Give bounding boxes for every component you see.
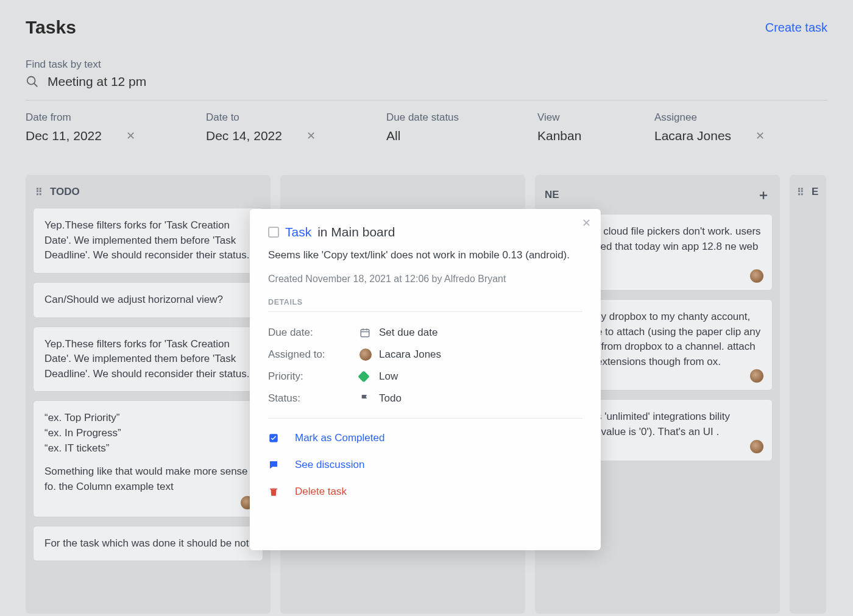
task-card[interactable]: “ex. Top Priority” “ex. In Progress” “ex… [33, 400, 263, 517]
filter-value: All [386, 129, 400, 143]
trash-icon [268, 486, 281, 497]
detail-label: Due date: [268, 327, 359, 339]
detail-label: Priority: [268, 370, 359, 383]
avatar [750, 269, 763, 283]
svg-point-0 [27, 77, 35, 85]
page-title: Tasks [26, 17, 76, 38]
svg-line-1 [34, 83, 38, 87]
kanban-column-todo: ⠿ TODO Yep.These filters forks for 'Task… [26, 175, 271, 614]
search-input[interactable] [48, 74, 413, 89]
search-label: Find task by text [26, 58, 827, 71]
add-card-icon[interactable]: ＋ [757, 186, 770, 204]
card-text: “ex. IT tickets” [44, 441, 252, 456]
detail-label: Assigned to: [268, 349, 359, 361]
close-icon[interactable]: ✕ [582, 216, 591, 230]
search-block: Find task by text [26, 58, 827, 89]
avatar [750, 440, 763, 453]
column-header[interactable]: ⠿ E [795, 182, 821, 199]
detail-priority[interactable]: Priority: Low [268, 366, 582, 388]
task-description: Seems like 'Copy text/link' does not wor… [268, 248, 582, 263]
filter-date-from[interactable]: Date from Dec 11, 2022 ✕ [26, 112, 206, 143]
filter-due-status[interactable]: Due date status All [386, 112, 537, 143]
detail-label: Status: [268, 392, 359, 405]
detail-assigned[interactable]: Assigned to: Lacara Jones [268, 344, 582, 366]
create-task-link[interactable]: Create task [765, 21, 827, 35]
detail-value: Todo [379, 392, 402, 405]
clear-icon[interactable]: ✕ [306, 129, 316, 143]
action-label: Delete task [295, 486, 347, 498]
card-text: Yep.These filters forks for 'Task Creati… [44, 337, 252, 382]
avatar [750, 369, 763, 383]
card-text: Something like that would make more sens… [44, 464, 252, 494]
filter-value: Dec 14, 2022 [206, 129, 282, 143]
task-card[interactable]: Can/Should we adjust horizornal view? [33, 282, 263, 318]
card-text: “ex. In Progress” [44, 426, 252, 441]
clear-icon[interactable]: ✕ [126, 129, 135, 143]
flag-icon [359, 393, 379, 404]
column-title-partial: NE [545, 189, 559, 201]
filter-view[interactable]: View Kanban [537, 112, 654, 143]
modal-header: Task in Main board [268, 225, 582, 239]
column-header[interactable]: ⠿ TODO [33, 182, 263, 199]
filter-assignee[interactable]: Assignee Lacara Jones ✕ [654, 112, 788, 143]
drag-handle-icon[interactable]: ⠿ [35, 186, 43, 198]
filter-label: Date from [26, 112, 206, 124]
detail-due-date[interactable]: Due date: Set due date [268, 322, 582, 344]
filter-value: Dec 11, 2022 [26, 129, 102, 143]
delete-task-button[interactable]: Delete task [268, 478, 582, 505]
mark-completed-button[interactable]: Mark as Completed [268, 425, 582, 451]
column-title: TODO [50, 186, 80, 198]
see-discussion-button[interactable]: See discussion [268, 451, 582, 478]
task-card[interactable]: Yep.These filters forks for 'Task Creati… [33, 327, 263, 392]
kanban-column-peek: ⠿ E [790, 175, 826, 614]
action-label: Mark as Completed [295, 432, 384, 444]
task-card[interactable]: For the task which was done it should be… [33, 526, 263, 562]
card-text: Can/Should we adjust horizornal view? [44, 292, 252, 308]
task-link[interactable]: Task [285, 225, 311, 239]
title-bar: Tasks Create task [26, 17, 827, 38]
column-title-partial: E [812, 186, 818, 198]
filter-label: Due date status [386, 112, 537, 124]
svg-rect-2 [361, 330, 369, 337]
task-card[interactable]: Yep.These filters forks for 'Task Creati… [33, 208, 263, 274]
clear-icon[interactable]: ✕ [756, 129, 765, 143]
filter-date-to[interactable]: Date to Dec 14, 2022 ✕ [206, 112, 386, 143]
avatar [359, 349, 372, 361]
filter-value: Lacara Jones [654, 129, 731, 143]
divider [26, 100, 827, 101]
filter-value: Kanban [537, 129, 581, 143]
detail-status[interactable]: Status: Todo [268, 388, 582, 409]
filter-label: Assignee [654, 112, 788, 124]
detail-value: Set due date [379, 327, 437, 339]
column-header[interactable] [288, 182, 518, 187]
divider [268, 311, 582, 312]
filter-label: Date to [206, 112, 386, 124]
header: Tasks Create task Find task by text Date… [0, 0, 853, 164]
calendar-icon [359, 327, 379, 338]
check-icon [268, 433, 281, 444]
created-line: Created November 18, 2021 at 12:06 by Al… [268, 274, 582, 285]
filter-label: View [537, 112, 654, 124]
search-icon [26, 75, 39, 88]
task-detail-modal: ✕ Task in Main board Seems like 'Copy te… [250, 209, 601, 550]
filters-row: Date from Dec 11, 2022 ✕ Date to Dec 14,… [26, 107, 827, 158]
action-label: See discussion [295, 459, 364, 471]
divider [268, 418, 582, 419]
card-text: For the task which was done it should be… [44, 536, 252, 551]
chat-icon [268, 459, 281, 470]
card-text: “ex. Top Priority” [44, 411, 252, 426]
task-checkbox[interactable] [268, 227, 279, 238]
card-text: Yep.These filters forks for 'Task Creati… [44, 218, 252, 263]
search-row [26, 74, 827, 89]
details-label: DETAILS [268, 298, 582, 306]
priority-icon [358, 370, 370, 383]
detail-value: Low [379, 370, 398, 383]
detail-value: Lacara Jones [379, 349, 441, 361]
drag-handle-icon[interactable]: ⠿ [797, 186, 804, 198]
column-header[interactable]: NE ＋ [542, 182, 773, 205]
board-label: in Main board [317, 225, 395, 239]
